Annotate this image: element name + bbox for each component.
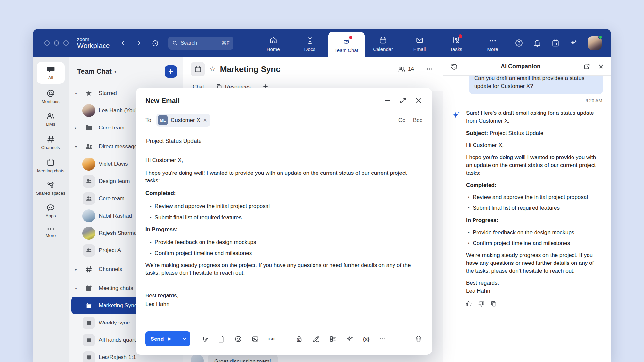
emoji-icon[interactable] xyxy=(234,335,242,343)
calendar-filled-icon xyxy=(83,334,95,346)
chat-filled-icon xyxy=(46,66,55,74)
help-icon[interactable] xyxy=(515,39,523,47)
filter-icon[interactable] xyxy=(152,68,159,75)
rail-item-all[interactable]: All xyxy=(37,62,65,84)
form-layout-icon[interactable] xyxy=(329,335,337,343)
members-icon[interactable]: 14 xyxy=(398,66,414,73)
nav-tab-email[interactable]: Email xyxy=(401,29,438,57)
send-button[interactable]: Send xyxy=(145,331,178,346)
window-zoom-button[interactable] xyxy=(63,40,69,46)
recipient-name: Customer X xyxy=(171,117,200,124)
code-snippet-button[interactable]: {x} xyxy=(363,336,370,342)
brand-top: zoom xyxy=(77,37,110,42)
people-icon xyxy=(46,112,55,120)
search-input[interactable]: Search ⌘F xyxy=(168,37,233,50)
send-options-button[interactable] xyxy=(178,331,190,346)
chevron-down-icon: ▾ xyxy=(114,69,117,74)
ai-companion-panel: AI Companion Can you draft an email that… xyxy=(443,57,611,362)
window-close-button[interactable] xyxy=(44,40,50,46)
image-icon[interactable] xyxy=(251,335,259,343)
caret-right-icon[interactable]: ▸ xyxy=(73,267,79,272)
close-icon[interactable] xyxy=(415,97,422,104)
recipient-avatar: ML xyxy=(158,115,168,125)
nav-tab-tasks[interactable]: Tasks xyxy=(438,29,475,57)
ai-companion-icon[interactable] xyxy=(570,39,578,47)
calendar-tray-icon[interactable] xyxy=(551,39,560,47)
ai-response: Sure! Here's a draft email asking for a … xyxy=(451,109,603,295)
email-greeting: Hi Customer X, xyxy=(145,157,422,164)
rail-item-shared-spaces[interactable]: Shared spaces xyxy=(33,177,69,200)
ai-history-icon[interactable] xyxy=(450,63,458,70)
list-item: Provide feedback on the design mockups xyxy=(150,239,422,247)
close-icon[interactable] xyxy=(598,63,604,70)
caret-right-icon[interactable]: ▸ xyxy=(73,126,79,130)
thumbs-up-icon[interactable] xyxy=(465,300,472,307)
group-icon xyxy=(83,192,95,205)
window-controls[interactable] xyxy=(44,40,69,46)
team-chat-icon xyxy=(342,37,351,45)
ai-closing: We’re making steady progress on the proj… xyxy=(466,251,603,275)
open-in-new-icon[interactable] xyxy=(583,63,590,70)
forward-icon[interactable] xyxy=(136,40,142,46)
minimize-icon[interactable] xyxy=(384,98,391,104)
search-placeholder: Search xyxy=(181,40,197,46)
expand-icon[interactable] xyxy=(400,98,406,104)
channel-calendar-icon xyxy=(191,62,205,76)
nav-tab-more[interactable]: More xyxy=(475,29,511,57)
format-text-icon[interactable] xyxy=(201,335,208,343)
divider xyxy=(420,66,420,73)
attach-file-icon[interactable] xyxy=(218,335,225,343)
subject-input[interactable]: Project Status Update xyxy=(145,132,422,150)
rail-item-apps[interactable]: Apps xyxy=(33,200,69,222)
rail-item-more[interactable]: More xyxy=(33,222,69,242)
remove-recipient-icon[interactable]: ✕ xyxy=(203,117,207,123)
signature-pen-icon[interactable] xyxy=(312,335,320,343)
user-avatar[interactable] xyxy=(588,36,602,50)
at-icon xyxy=(46,89,55,98)
recipient-chip[interactable]: ML Customer X ✕ xyxy=(156,114,210,127)
rail-item-dms[interactable]: DMs xyxy=(33,108,69,131)
caret-down-icon[interactable]: ▾ xyxy=(73,144,79,149)
nav-tab-home[interactable]: Home xyxy=(255,29,292,57)
rail-item-channels[interactable]: Channels xyxy=(33,131,69,154)
gif-button[interactable]: GIF xyxy=(268,337,276,341)
bcc-button[interactable]: Bcc xyxy=(413,117,422,124)
chat-more-icon[interactable] xyxy=(426,66,433,73)
rail-item-mentions[interactable]: Mentions xyxy=(33,85,69,108)
shared-spaces-icon xyxy=(46,181,55,189)
panel-title[interactable]: Team Chat xyxy=(77,68,112,75)
encrypt-lock-icon[interactable]: E xyxy=(296,335,303,343)
ai-intro: Sure! Here's a draft email asking for a … xyxy=(466,109,603,125)
cc-button[interactable]: Cc xyxy=(398,117,405,124)
member-count: 14 xyxy=(408,66,414,72)
people-filled-icon xyxy=(82,140,95,153)
nav-tab-team-chat[interactable]: Team Chat xyxy=(328,32,365,57)
new-chat-button[interactable] xyxy=(165,65,177,78)
timestamp: 9:20 AM xyxy=(452,98,602,103)
caret-down-icon[interactable]: ▾ xyxy=(73,286,79,291)
avatar xyxy=(82,158,95,171)
avatar xyxy=(82,227,95,240)
ai-user-message: Can you draft an email that provides a s… xyxy=(469,76,603,94)
brand-bottom: Workplace xyxy=(77,42,110,49)
more-tools-icon[interactable] xyxy=(379,335,386,342)
history-icon[interactable] xyxy=(151,39,159,47)
discard-trash-icon[interactable] xyxy=(415,335,422,343)
thumbs-down-icon[interactable] xyxy=(478,300,485,307)
favorite-star-icon[interactable]: ☆ xyxy=(209,65,216,73)
copy-icon[interactable] xyxy=(490,300,497,307)
email-body-editor[interactable]: Hi Customer X, I hope you're doing well!… xyxy=(145,150,422,327)
ai-sparkle-tool-icon[interactable] xyxy=(346,335,354,343)
nav-tab-label: More xyxy=(487,46,498,52)
notifications-bell-icon[interactable] xyxy=(533,39,541,47)
nav-tab-calendar[interactable]: Calendar xyxy=(365,29,401,57)
nav-tab-docs[interactable]: Docs xyxy=(292,29,328,57)
rail-item-meeting-chats[interactable]: Meeting chats xyxy=(33,154,69,177)
avatar xyxy=(82,104,95,117)
window-minimize-button[interactable] xyxy=(54,40,59,46)
caret-down-icon[interactable]: ▾ xyxy=(73,91,79,96)
tasks-badge xyxy=(459,34,462,38)
email-closing: We’re making steady progress on the proj… xyxy=(145,262,422,277)
back-icon[interactable] xyxy=(121,40,126,46)
new-email-modal: New Email To ML Customer X ✕ Cc Bcc Proj… xyxy=(136,88,432,355)
